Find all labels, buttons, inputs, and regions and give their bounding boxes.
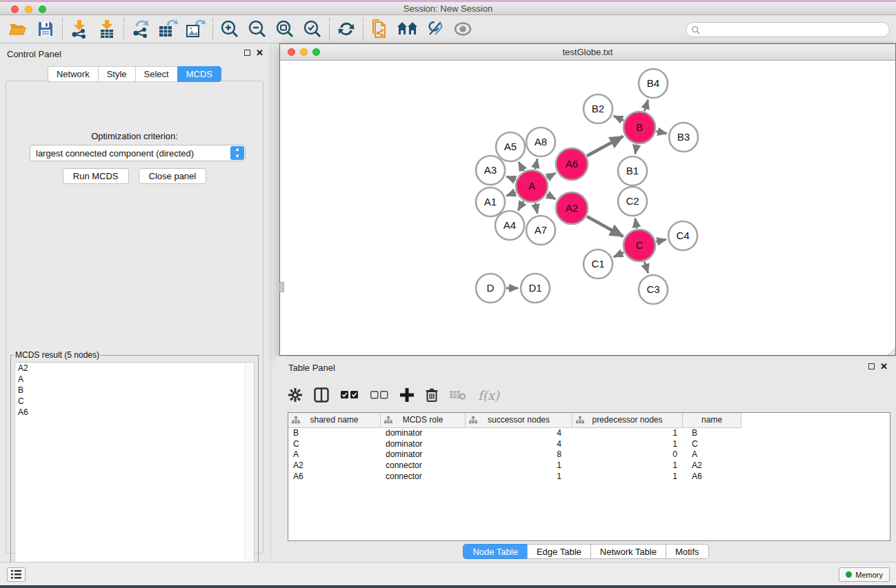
edge-B-B3[interactable] <box>656 131 666 133</box>
edge-C-C2[interactable] <box>635 219 637 229</box>
cell-predecessor-nodes[interactable]: 1 <box>573 439 683 450</box>
cell-name[interactable]: A <box>683 449 741 460</box>
tab-mcds[interactable]: MCDS <box>177 66 221 82</box>
cell-shared-name[interactable]: A <box>288 449 381 460</box>
tab-network-table[interactable]: Network Table <box>590 544 666 559</box>
cell-MCDS-role[interactable]: dominator <box>381 439 466 450</box>
refresh-view-icon[interactable] <box>332 17 360 41</box>
edge-A-A7[interactable] <box>535 203 537 213</box>
cell-MCDS-role[interactable]: dominator <box>381 449 466 460</box>
edge-A-A3[interactable] <box>506 176 515 180</box>
network-graph[interactable]: AA1A2A3A4A5A6A7A8BB1B2B3B4CC1C2C3C4DD1 <box>280 61 895 355</box>
run-mcds-button[interactable]: Run MCDS <box>63 168 129 184</box>
hide-labels-icon[interactable] <box>421 17 449 41</box>
tab-network[interactable]: Network <box>48 66 98 82</box>
network-window-titlebar[interactable]: testGlobe.txt <box>280 44 895 61</box>
tab-style[interactable]: Style <box>98 66 135 82</box>
edge-C-C1[interactable] <box>614 252 624 256</box>
import-table-icon[interactable] <box>93 17 121 41</box>
network-canvas[interactable]: AA1A2A3A4A5A6A7A8BB1B2B3B4CC1C2C3C4DD1 <box>280 61 895 355</box>
edge-A-A2[interactable] <box>547 194 555 199</box>
edge-A-A1[interactable] <box>506 192 515 196</box>
edge-A-A8[interactable] <box>535 159 537 169</box>
export-network-icon[interactable] <box>127 17 155 41</box>
close-table-panel-icon[interactable]: ✕ <box>880 363 888 370</box>
edge-B-B2[interactable] <box>614 116 624 120</box>
cell-successor-nodes[interactable]: 4 <box>466 439 573 450</box>
edge-B-B1[interactable] <box>635 145 637 154</box>
save-session-icon[interactable] <box>32 17 59 41</box>
zoom-in-icon[interactable] <box>216 17 243 41</box>
cell-successor-nodes[interactable]: 8 <box>466 449 573 460</box>
tab-edge-table[interactable]: Edge Table <box>527 544 590 559</box>
cell-name[interactable]: A2 <box>683 460 741 472</box>
delete-table-icon[interactable] <box>450 389 466 401</box>
column-options-icon[interactable] <box>314 387 329 403</box>
mcds-result-item[interactable]: A <box>15 374 254 385</box>
close-panel-icon[interactable]: ✕ <box>256 49 263 57</box>
cell-predecessor-nodes[interactable]: 0 <box>573 449 683 460</box>
cell-successor-nodes[interactable]: 1 <box>466 460 573 472</box>
add-column-icon[interactable] <box>400 388 414 402</box>
table-row[interactable]: Adominator80A <box>288 449 890 460</box>
close-panel-button[interactable]: Close panel <box>139 168 207 184</box>
deselect-all-rows-icon[interactable] <box>370 391 388 399</box>
mcds-result-item[interactable]: B <box>15 385 254 396</box>
edge-A2-C[interactable] <box>587 216 623 236</box>
cell-shared-name[interactable]: B <box>288 428 381 439</box>
edge-A-A4[interactable] <box>518 201 524 210</box>
cell-name[interactable]: A6 <box>683 472 741 483</box>
search-box[interactable] <box>686 22 890 37</box>
cell-MCDS-role[interactable]: dominator <box>381 428 466 439</box>
cell-successor-nodes[interactable]: 4 <box>466 428 573 439</box>
delete-column-icon[interactable] <box>426 388 438 403</box>
cell-shared-name[interactable]: A6 <box>288 472 381 483</box>
zoom-fit-icon[interactable] <box>271 17 299 41</box>
search-input[interactable] <box>703 25 882 34</box>
edge-A-A5[interactable] <box>519 162 524 171</box>
tab-select[interactable]: Select <box>135 66 177 82</box>
table-row[interactable]: Bdominator41B <box>288 428 890 439</box>
scrollbar-stub[interactable] <box>279 282 284 292</box>
network-from-file-icon[interactable] <box>366 17 394 41</box>
import-network-icon[interactable] <box>66 17 93 41</box>
mcds-list-scrollbar[interactable] <box>245 363 254 582</box>
float-table-panel-icon[interactable] <box>868 363 875 369</box>
table-row[interactable]: Cdominator41C <box>288 439 890 450</box>
export-table-icon[interactable] <box>155 17 182 41</box>
float-panel-icon[interactable] <box>244 50 250 56</box>
edge-C-C3[interactable] <box>644 262 648 273</box>
mcds-result-item[interactable]: A6 <box>15 407 254 418</box>
mcds-result-item[interactable]: A2 <box>15 363 254 374</box>
zoom-out-icon[interactable] <box>243 17 271 41</box>
select-all-rows-icon[interactable] <box>341 391 359 399</box>
cell-name[interactable]: B <box>683 428 741 439</box>
cell-MCDS-role[interactable]: connector <box>381 472 466 483</box>
column-header-MCDS-role[interactable]: MCDS role <box>381 413 466 428</box>
optimization-criterion-select[interactable]: largest connected component (directed) ▲… <box>30 145 246 161</box>
zoom-selected-icon[interactable] <box>299 17 326 41</box>
mcds-result-item[interactable]: C <box>15 396 254 407</box>
cell-predecessor-nodes[interactable]: 1 <box>573 472 683 483</box>
show-graphics-details-icon[interactable] <box>449 17 477 41</box>
cell-shared-name[interactable]: A2 <box>288 460 381 472</box>
table-settings-icon[interactable] <box>288 388 302 402</box>
table-row[interactable]: A6connector11A6 <box>288 472 890 483</box>
cell-name[interactable]: C <box>683 439 741 450</box>
node-table[interactable]: shared nameMCDS rolesuccessor nodesprede… <box>288 412 890 541</box>
column-header-successor-nodes[interactable]: successor nodes <box>466 413 573 428</box>
edge-B-B4[interactable] <box>644 100 648 111</box>
edge-A6-B[interactable] <box>587 136 623 156</box>
open-session-icon[interactable] <box>4 17 32 41</box>
cell-MCDS-role[interactable]: connector <box>381 460 466 472</box>
task-history-button[interactable] <box>7 567 26 582</box>
export-image-icon[interactable] <box>182 17 210 41</box>
column-header-name[interactable]: name <box>683 413 741 428</box>
column-header-shared-name[interactable]: shared name <box>288 413 381 428</box>
table-row[interactable]: A2connector11A2 <box>288 460 890 472</box>
edge-C-C4[interactable] <box>656 239 666 241</box>
cell-shared-name[interactable]: C <box>288 439 381 450</box>
home-layout-icon[interactable] <box>394 17 421 41</box>
memory-button[interactable]: Memory <box>839 567 890 582</box>
tab-motifs[interactable]: Motifs <box>666 544 709 559</box>
